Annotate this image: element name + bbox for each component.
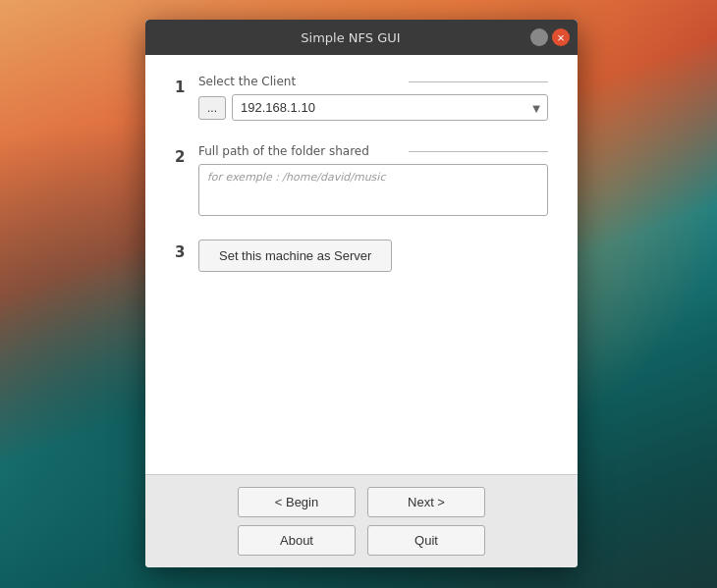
dialog-title: Simple NFS GUI xyxy=(171,30,530,45)
set-server-button[interactable]: Set this machine as Server xyxy=(198,240,392,272)
step-2-label: Full path of the folder shared xyxy=(198,144,548,158)
step-1-number: 1 xyxy=(175,79,198,96)
window-buttons xyxy=(530,28,570,46)
folder-input[interactable] xyxy=(207,187,539,209)
quit-button[interactable]: Quit xyxy=(367,525,485,556)
next-button[interactable]: Next > xyxy=(367,487,485,517)
dialog-body: 1 Select the Client ... 192.168.1.10 ▼ 2 xyxy=(145,55,578,474)
folder-input-box: for exemple : /home/david/music xyxy=(198,164,548,216)
dialog-window: Simple NFS GUI 1 Select the Client ... 1… xyxy=(145,20,578,567)
browse-button[interactable]: ... xyxy=(198,96,226,120)
footer-row-1: < Begin Next > xyxy=(165,487,558,517)
about-button[interactable]: About xyxy=(238,525,356,556)
step-2-content: Full path of the folder shared for exemp… xyxy=(198,144,548,216)
step-3-row: 3 Set this machine as Server xyxy=(175,240,548,272)
minimize-button[interactable] xyxy=(530,28,548,46)
step-2-number: 2 xyxy=(175,148,198,166)
client-row: ... 192.168.1.10 ▼ xyxy=(198,94,548,121)
begin-button[interactable]: < Begin xyxy=(238,487,356,517)
step-1-label: Select the Client xyxy=(198,75,548,88)
step-3-number: 3 xyxy=(175,243,198,261)
close-button[interactable] xyxy=(552,28,570,46)
titlebar: Simple NFS GUI xyxy=(145,20,578,55)
step-3-content: Set this machine as Server xyxy=(198,240,548,272)
step-1-row: 1 Select the Client ... 192.168.1.10 ▼ xyxy=(175,75,548,121)
dialog-footer: < Begin Next > About Quit xyxy=(145,474,578,567)
client-dropdown[interactable]: 192.168.1.10 xyxy=(232,94,548,121)
folder-placeholder: for exemple : /home/david/music xyxy=(207,171,539,184)
footer-row-2: About Quit xyxy=(165,525,558,556)
client-dropdown-wrapper: 192.168.1.10 ▼ xyxy=(232,94,548,121)
step-2-row: 2 Full path of the folder shared for exe… xyxy=(175,144,548,216)
step-1-content: Select the Client ... 192.168.1.10 ▼ xyxy=(198,75,548,121)
